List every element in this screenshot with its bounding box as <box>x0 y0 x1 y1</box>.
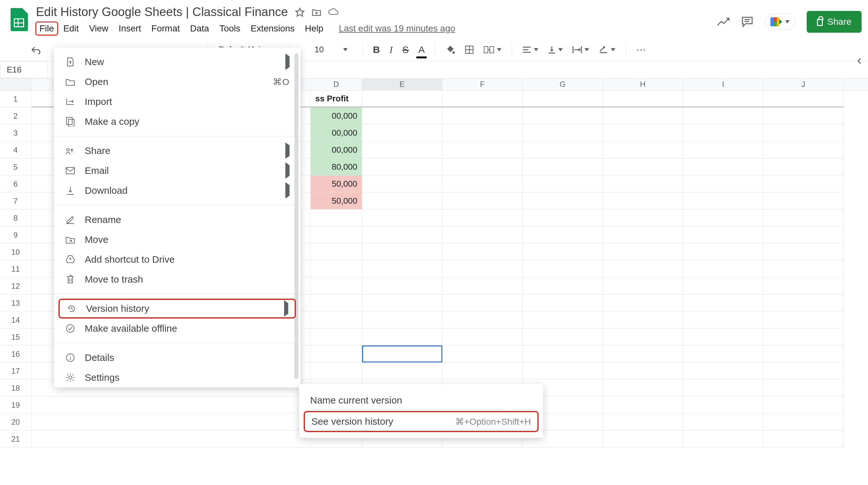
font-size-select[interactable]: 10 <box>307 43 355 57</box>
doc-title[interactable]: Edit History Google Sheets | Classical F… <box>35 4 288 20</box>
cell[interactable] <box>523 362 603 380</box>
cell[interactable] <box>603 226 683 244</box>
cell[interactable] <box>362 312 442 328</box>
submenu-see-history[interactable]: See version history ⌘+Option+Shift+H <box>304 411 539 432</box>
wrap-button[interactable] <box>569 43 592 57</box>
cloud-status-icon[interactable] <box>328 7 339 18</box>
col-header[interactable]: J <box>763 78 844 90</box>
cell[interactable] <box>311 244 362 260</box>
menu-file[interactable]: File <box>35 22 58 36</box>
file-menu-offline[interactable]: Make available offline <box>54 319 301 338</box>
file-menu-share[interactable]: Share <box>54 141 301 161</box>
row-header[interactable]: 4 <box>0 141 31 158</box>
italic-button[interactable]: I <box>386 42 396 58</box>
row-header[interactable]: 14 <box>0 312 31 328</box>
cell[interactable] <box>311 346 362 362</box>
cell[interactable] <box>683 192 763 209</box>
cell[interactable] <box>603 125 683 141</box>
cell[interactable] <box>603 362 683 380</box>
menu-format[interactable]: Format <box>146 22 185 36</box>
expand-side-panel-icon[interactable] <box>856 57 863 65</box>
cell[interactable] <box>442 175 523 192</box>
cell[interactable] <box>362 278 442 294</box>
file-menu-settings[interactable]: Settings <box>54 367 301 383</box>
cell[interactable] <box>311 226 362 244</box>
row-header[interactable]: 8 <box>0 209 31 226</box>
cell[interactable] <box>683 141 763 158</box>
strikethrough-button[interactable]: S <box>399 42 412 58</box>
cell[interactable] <box>523 107 603 125</box>
file-menu-version-history[interactable]: Version history <box>58 299 296 319</box>
cell[interactable] <box>311 278 362 294</box>
row-header[interactable]: 12 <box>0 278 31 294</box>
file-menu-import[interactable]: Import <box>54 92 301 111</box>
col-header[interactable]: D <box>311 78 362 90</box>
cell[interactable] <box>763 396 844 414</box>
cell[interactable] <box>763 430 844 448</box>
file-menu-email[interactable]: Email <box>54 161 301 181</box>
cell[interactable] <box>683 107 763 125</box>
cell[interactable] <box>683 158 763 175</box>
row-header[interactable]: 7 <box>0 192 31 209</box>
col-header[interactable]: F <box>442 78 523 90</box>
cell[interactable] <box>763 380 844 396</box>
cell[interactable] <box>763 414 844 430</box>
cell[interactable] <box>763 141 844 158</box>
cell[interactable] <box>603 414 683 430</box>
cell[interactable] <box>683 209 763 226</box>
cell[interactable] <box>603 91 683 107</box>
menu-tools[interactable]: Tools <box>214 22 245 36</box>
file-menu-add-shortcut[interactable]: Add shortcut to Drive <box>54 250 301 269</box>
cell[interactable] <box>311 328 362 346</box>
cell[interactable] <box>523 175 603 192</box>
cell[interactable] <box>763 312 844 328</box>
cell[interactable] <box>603 396 683 414</box>
cell[interactable] <box>362 107 442 125</box>
col-header[interactable]: H <box>603 78 683 90</box>
cell[interactable] <box>603 328 683 346</box>
row-header[interactable]: 10 <box>0 244 31 260</box>
cell[interactable] <box>763 328 844 346</box>
meet-button[interactable] <box>765 14 795 30</box>
row-header[interactable]: 2 <box>0 107 31 125</box>
last-edit-link[interactable]: Last edit was 19 minutes ago <box>339 24 455 34</box>
cell[interactable] <box>362 125 442 141</box>
cell[interactable] <box>603 294 683 312</box>
cell[interactable] <box>683 362 763 380</box>
cell[interactable] <box>442 141 523 158</box>
cell[interactable] <box>763 346 844 362</box>
file-menu-details[interactable]: Details <box>54 348 301 367</box>
cell[interactable] <box>523 141 603 158</box>
cell[interactable] <box>603 260 683 278</box>
row-header[interactable]: 17 <box>0 362 31 380</box>
cell[interactable] <box>683 294 763 312</box>
file-menu-open[interactable]: Open ⌘O <box>54 72 301 92</box>
cell[interactable] <box>523 91 603 107</box>
cell[interactable] <box>603 107 683 125</box>
text-color-button[interactable]: A <box>415 42 428 58</box>
cell[interactable] <box>683 226 763 244</box>
cell[interactable] <box>683 312 763 328</box>
cell[interactable] <box>603 278 683 294</box>
col-header[interactable]: I <box>683 78 763 90</box>
menu-extensions[interactable]: Extensions <box>246 22 300 36</box>
cell[interactable] <box>683 380 763 396</box>
cell[interactable] <box>683 328 763 346</box>
row-header[interactable]: 1 <box>0 91 31 107</box>
file-menu-move[interactable]: Move <box>54 230 301 250</box>
cell[interactable] <box>763 209 844 226</box>
cell[interactable] <box>362 346 442 362</box>
cell[interactable] <box>442 192 523 209</box>
cell[interactable] <box>362 328 442 346</box>
row-header[interactable]: 5 <box>0 158 31 175</box>
cell[interactable] <box>442 244 523 260</box>
cell[interactable] <box>523 328 603 346</box>
cell[interactable] <box>362 158 442 175</box>
cell[interactable] <box>603 244 683 260</box>
cell[interactable] <box>442 328 523 346</box>
cell[interactable] <box>603 312 683 328</box>
select-all-corner[interactable] <box>0 78 31 90</box>
v-align-button[interactable] <box>545 43 566 57</box>
cell[interactable] <box>362 192 442 209</box>
cell[interactable] <box>442 209 523 226</box>
